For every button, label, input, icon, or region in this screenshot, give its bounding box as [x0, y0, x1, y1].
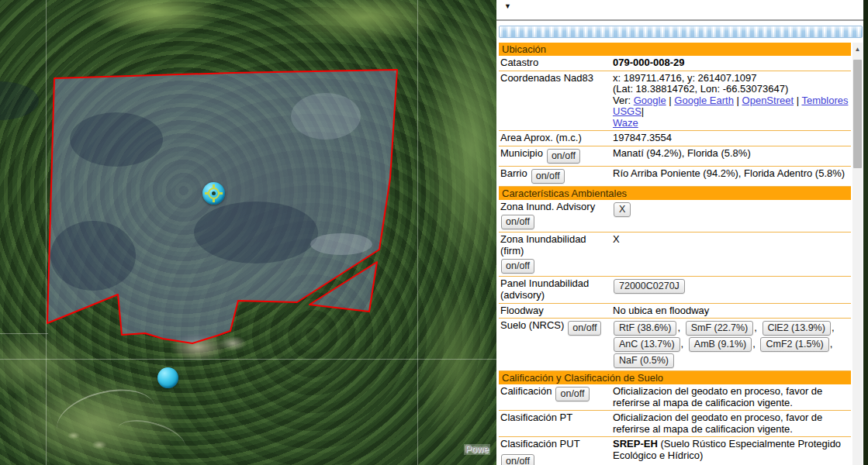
- pipe-separator: |: [669, 95, 671, 106]
- clasificacion-put-label: Clasificación PUT: [500, 439, 580, 450]
- gps-target-marker-icon[interactable]: [202, 182, 225, 205]
- info-panel: ▼ Ubicación Catastro 079-000-008-29 Coor…: [496, 0, 863, 465]
- barrio-label: Barrio: [500, 168, 527, 180]
- put-code: SREP-EH: [613, 438, 658, 450]
- row-area: Area Aprox. (m.c.) 197847.3554: [499, 131, 851, 146]
- attribute-table: Ubicación Catastro 079-000-008-29 Coorde…: [499, 43, 851, 465]
- section-header-ubicacion: Ubicación: [499, 43, 851, 56]
- catastro-label: Catastro: [499, 57, 612, 69]
- link-waze[interactable]: Waze: [613, 117, 638, 129]
- zona-firm-value: X: [612, 234, 851, 274]
- clasificacion-pt-label: Clasificación PT: [499, 412, 612, 435]
- zona-advisory-label: Zona Inund. Advisory: [500, 202, 612, 213]
- scrollbar-thumb[interactable]: [853, 60, 862, 168]
- crosshair-tick: [220, 192, 223, 195]
- suelo-unit-button[interactable]: SmF (22.7%): [686, 321, 754, 336]
- calificacion-onoff-button[interactable]: on/off: [555, 387, 589, 401]
- row-panel-inundabilidad: Panel Inundabilidad (advisory) 72000C027…: [499, 277, 851, 303]
- clasificacion-put-onoff-button[interactable]: on/off: [501, 454, 534, 465]
- coordenadas-value: x: 189711.4716, y: 261407.1097 (Lat: 18.…: [612, 73, 851, 129]
- row-catastro: Catastro 079-000-008-29: [499, 56, 851, 71]
- link-google[interactable]: Google: [634, 95, 666, 106]
- barrio-onoff-button[interactable]: on/off: [531, 169, 565, 184]
- scrollbar-up-arrow-icon[interactable]: ▲: [852, 43, 863, 56]
- zona-firm-label: Zona Inundabilidad (firm): [500, 234, 612, 257]
- municipio-label: Municipio: [500, 148, 543, 160]
- coordenadas-xy: x: 189711.4716, y: 261407.1097: [613, 73, 851, 84]
- pipe-separator: |: [737, 95, 739, 106]
- suelo-buttons: RtF (38.6%), SmF (22.7%), ClE2 (13.9%), …: [612, 320, 851, 369]
- pipe-separator: |: [641, 105, 644, 117]
- loading-stripe-bar: [499, 26, 863, 38]
- panel-inund-value-button[interactable]: 72000C0270J: [614, 279, 685, 294]
- crosshair-ring: [208, 188, 220, 199]
- comma: ,: [832, 322, 835, 333]
- calificacion-label: Calificación: [500, 386, 552, 398]
- suelo-onoff-button[interactable]: on/off: [568, 321, 601, 336]
- panel-inund-label: Panel Inundabilidad (advisory): [499, 278, 612, 301]
- suelo-unit-button[interactable]: AmB (9.1%): [689, 337, 752, 352]
- suelo-label: Suelo (NRCS): [500, 320, 564, 332]
- link-google-earth[interactable]: Google Earth: [674, 95, 734, 106]
- comma: ,: [677, 322, 680, 333]
- window-edge: [863, 0, 868, 465]
- municipio-onoff-button[interactable]: on/off: [547, 149, 580, 164]
- zona-advisory-value-button[interactable]: X: [614, 202, 631, 217]
- comma: ,: [681, 338, 684, 350]
- row-calificacion: Calificación on/off Oficializacion del g…: [499, 384, 851, 411]
- map-attribution: Powe: [464, 444, 490, 455]
- crosshair-tick: [213, 184, 215, 188]
- comma: ,: [830, 338, 833, 350]
- view-links: Ver: Google | Google Earth | OpenStreet …: [613, 95, 851, 129]
- point-marker-icon[interactable]: [157, 367, 178, 388]
- row-coordenadas: Coordenadas Nad83 x: 189711.4716, y: 261…: [499, 71, 851, 132]
- crosshair-tick: [205, 192, 208, 195]
- row-clasificacion-pt: Clasificación PT Oficializacion del geod…: [499, 411, 851, 437]
- parcel-overlay: [0, 0, 496, 465]
- comma: ,: [754, 322, 757, 333]
- suelo-unit-button[interactable]: RtF (38.6%): [614, 321, 676, 336]
- clasificacion-pt-value: Oficializacion del geodato en proceso, f…: [612, 412, 851, 435]
- barrio-value: Río Arriba Poniente (94.2%), Florida Ade…: [612, 168, 851, 184]
- crosshair-center: [212, 191, 216, 195]
- area-label: Area Aprox. (m.c.): [499, 133, 612, 144]
- area-value: 197847.3554: [612, 133, 851, 144]
- row-barrio: Barrio on/off Río Arriba Poniente (94.2%…: [499, 167, 851, 187]
- panel-scrollbar[interactable]: ▲: [852, 43, 863, 465]
- calificacion-value: Oficializacion del geodato en proceso, f…: [612, 386, 851, 408]
- link-openstreet[interactable]: OpenStreet: [742, 95, 794, 106]
- row-municipio: Municipio on/off Manatí (94.2%), Florida…: [499, 146, 851, 167]
- suelo-unit-button[interactable]: NaF (0.5%): [614, 353, 674, 368]
- pipe-separator: |: [797, 95, 799, 106]
- catastro-value: 079-000-008-29: [612, 57, 851, 69]
- coordenadas-label: Coordenadas Nad83: [499, 73, 612, 129]
- section-header-ambientales: Características Ambientales: [499, 187, 851, 200]
- row-clasificacion-put: Clasificación PUT on/off SREP-EH (Suelo …: [499, 437, 851, 465]
- row-floodway: Floodway No ubica en floodway: [499, 304, 851, 319]
- floodway-label: Floodway: [499, 305, 612, 317]
- clasificacion-put-value: SREP-EH (Suelo Rústico Especialmente Pro…: [612, 439, 851, 465]
- municipio-value: Manatí (94.2%), Florida (5.8%): [612, 148, 851, 164]
- comma: ,: [752, 338, 756, 350]
- satellite-map[interactable]: Powe: [0, 0, 496, 465]
- ver-label: Ver:: [613, 95, 631, 106]
- coordenadas-latlon: (Lat: 18.38814762, Lon: -66.53073647): [613, 84, 851, 95]
- row-zona-advisory: Zona Inund. Advisory on/off X: [499, 200, 851, 233]
- panel-topbar: ▼: [496, 0, 863, 21]
- suelo-unit-button[interactable]: ClE2 (13.9%): [763, 321, 831, 336]
- suelo-unit-button[interactable]: CmF2 (1.5%): [760, 337, 828, 352]
- zona-advisory-onoff-button[interactable]: on/off: [501, 215, 534, 229]
- row-zona-firm: Zona Inundabilidad (firm) on/off X: [499, 232, 851, 277]
- zona-firm-onoff-button[interactable]: on/off: [501, 259, 534, 274]
- row-suelo: Suelo (NRCS) on/off RtF (38.6%), SmF (22…: [499, 319, 851, 371]
- crosshair-tick: [213, 199, 215, 202]
- gis-viewer-window: Powe ▼ Ubicación Catastro 079-000-008-29…: [0, 0, 868, 465]
- section-header-calificacion: Calificación y Clasificación de Suelo: [499, 371, 851, 384]
- floodway-value: No ubica en floodway: [612, 305, 851, 317]
- collapse-arrow-icon[interactable]: ▼: [504, 2, 511, 10]
- suelo-unit-button[interactable]: AnC (13.7%): [614, 337, 680, 352]
